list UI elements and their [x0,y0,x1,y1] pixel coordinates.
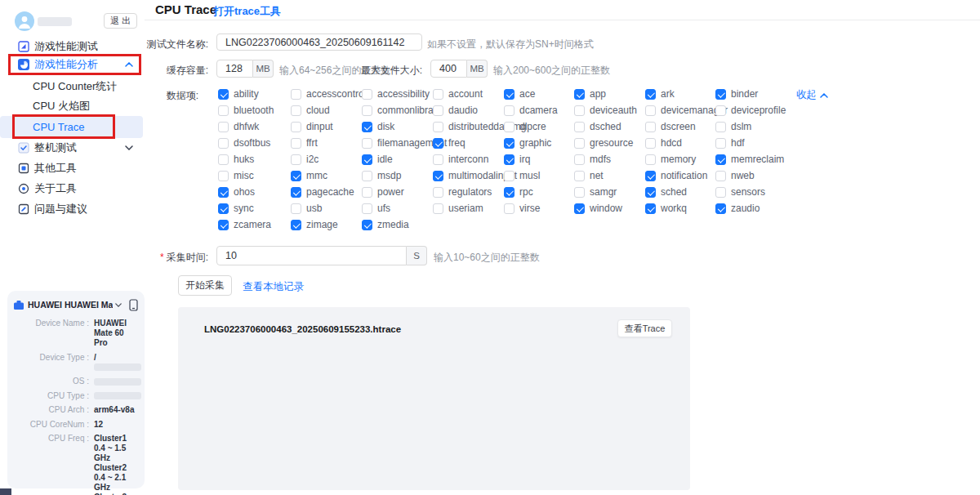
checkbox-unchecked-icon[interactable] [433,154,443,165]
cache-size-input[interactable]: 128 [216,60,253,78]
checkbox-item-workq[interactable]: workq [645,200,715,216]
collapse-link[interactable]: 收起 [796,88,828,102]
checkbox-item-disk[interactable]: disk [362,118,433,135]
checkbox-checked-icon[interactable] [504,89,514,100]
logout-button[interactable]: 退 出 [104,13,137,29]
checkbox-item-binder[interactable]: binder [715,86,789,102]
collect-time-input[interactable]: 10 [216,246,407,265]
checkbox-unchecked-icon[interactable] [433,203,443,214]
checkbox-item-msdp[interactable]: msdp [362,167,433,184]
checkbox-unchecked-icon[interactable] [218,154,229,165]
checkbox-item-accessibility[interactable]: accessibility [362,86,433,102]
checkbox-item-window[interactable]: window [574,200,645,216]
checkbox-item-sensors[interactable]: sensors [715,184,789,200]
checkbox-checked-icon[interactable] [645,187,656,198]
checkbox-unchecked-icon[interactable] [433,89,443,100]
checkbox-unchecked-icon[interactable] [574,105,585,116]
checkbox-item-irq[interactable]: irq [504,151,574,167]
checkbox-checked-icon[interactable] [362,154,372,165]
view-trace-button[interactable]: 查看Trace [617,319,672,337]
checkbox-unchecked-icon[interactable] [218,171,229,181]
checkbox-unchecked-icon[interactable] [362,89,372,100]
checkbox-item-mmc[interactable]: mmc [291,167,362,184]
checkbox-checked-icon[interactable] [362,220,372,230]
sidebar-item-other-tools[interactable]: 其他工具 [0,159,145,177]
checkbox-item-power[interactable]: power [362,184,433,200]
checkbox-unchecked-icon[interactable] [574,171,585,181]
checkbox-unchecked-icon[interactable] [433,122,443,132]
checkbox-unchecked-icon[interactable] [291,138,301,149]
checkbox-item-samgr[interactable]: samgr [574,184,645,200]
checkbox-unchecked-icon[interactable] [715,187,726,198]
checkbox-unchecked-icon[interactable] [715,138,726,149]
checkbox-item-dsoftbus[interactable]: dsoftbus [218,135,291,151]
checkbox-item-notification[interactable]: notification [645,167,715,184]
checkbox-item-idle[interactable]: idle [362,151,433,167]
checkbox-item-dhfwk[interactable]: dhfwk [218,118,291,135]
checkbox-item-gresource[interactable]: gresource [574,135,645,151]
checkbox-unchecked-icon[interactable] [574,187,585,198]
checkbox-item-rpc[interactable]: rpc [504,184,574,200]
checkbox-item-net[interactable]: net [574,167,645,184]
checkbox-unchecked-icon[interactable] [291,154,301,165]
checkbox-checked-icon[interactable] [291,220,301,230]
open-trace-tool-link[interactable]: 打开trace工具 [213,4,281,19]
checkbox-unchecked-icon[interactable] [715,105,726,116]
checkbox-item-pagecache[interactable]: pagecache [291,184,362,200]
checkbox-item-memory[interactable]: memory [645,151,715,167]
checkbox-unchecked-icon[interactable] [362,105,372,116]
checkbox-item-hdcd[interactable]: hdcd [645,135,715,151]
checkbox-item-sched[interactable]: sched [645,184,715,200]
checkbox-item-mdfs[interactable]: mdfs [574,151,645,167]
checkbox-checked-icon[interactable] [362,122,372,132]
checkbox-checked-icon[interactable] [645,171,656,181]
checkbox-unchecked-icon[interactable] [715,122,726,132]
checkbox-item-huks[interactable]: huks [218,151,291,167]
checkbox-item-bluetooth[interactable]: bluetooth [218,102,291,118]
checkbox-unchecked-icon[interactable] [362,203,372,214]
checkbox-item-multimodalinput[interactable]: multimodalinput [433,167,504,184]
checkbox-unchecked-icon[interactable] [291,89,301,100]
checkbox-unchecked-icon[interactable] [433,187,443,198]
sidebar-item-whole-machine-test[interactable]: 整机测试 [0,139,145,157]
checkbox-item-dscreen[interactable]: dscreen [645,118,715,135]
checkbox-item-dlpcre[interactable]: dlpcre [504,118,574,135]
checkbox-unchecked-icon[interactable] [291,122,301,132]
sidebar-item-game-performance-analysis[interactable]: 游戏性能分析 [0,56,145,74]
checkbox-checked-icon[interactable] [574,89,585,100]
checkbox-unchecked-icon[interactable] [645,154,656,165]
checkbox-item-deviceauth[interactable]: deviceauth [574,102,645,118]
checkbox-item-app[interactable]: app [574,86,645,102]
checkbox-checked-icon[interactable] [715,89,726,100]
checkbox-unchecked-icon[interactable] [574,122,585,132]
chevron-down-icon[interactable] [115,303,122,307]
checkbox-unchecked-icon[interactable] [715,171,726,181]
file-name-input[interactable]: LNG0223706000463_20250609161142 [216,33,422,51]
checkbox-checked-icon[interactable] [218,220,229,230]
checkbox-checked-icon[interactable] [291,171,301,181]
checkbox-unchecked-icon[interactable] [645,122,656,132]
view-local-records-link[interactable]: 查看本地记录 [243,280,304,294]
checkbox-checked-icon[interactable] [433,138,443,149]
checkbox-item-ability[interactable]: ability [218,86,291,102]
checkbox-item-zimage[interactable]: zimage [291,216,362,233]
checkbox-item-ffrt[interactable]: ffrt [291,135,362,151]
checkbox-unchecked-icon[interactable] [218,122,229,132]
checkbox-item-musl[interactable]: musl [504,167,574,184]
checkbox-checked-icon[interactable] [504,138,514,149]
sidebar-item-cpu-trace[interactable]: CPU Trace [0,118,145,136]
checkbox-item-distributeddatamg[interactable]: distributeddatamg [433,118,504,135]
checkbox-item-account[interactable]: account [433,86,504,102]
checkbox-unchecked-icon[interactable] [645,138,656,149]
checkbox-item-interconn[interactable]: interconn [433,151,504,167]
checkbox-item-cloud[interactable]: cloud [291,102,362,118]
checkbox-item-sync[interactable]: sync [218,200,291,216]
sidebar-item-about-tool[interactable]: 关于工具 [0,180,145,198]
checkbox-item-ark[interactable]: ark [645,86,715,102]
checkbox-checked-icon[interactable] [218,89,229,100]
checkbox-item-virse[interactable]: virse [504,200,574,216]
checkbox-checked-icon[interactable] [218,187,229,198]
checkbox-item-misc[interactable]: misc [218,167,291,184]
start-collect-button[interactable]: 开始采集 [178,275,232,296]
checkbox-unchecked-icon[interactable] [362,171,372,181]
